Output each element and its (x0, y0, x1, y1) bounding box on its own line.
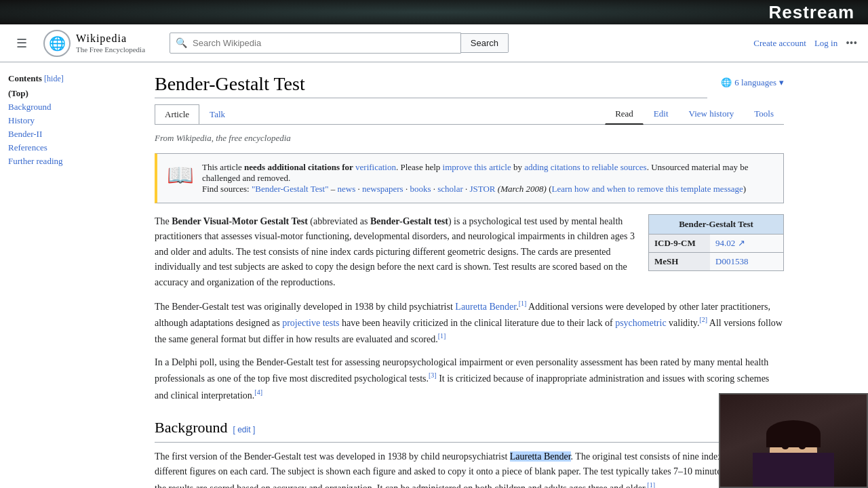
tab-view-history[interactable]: View history (679, 104, 745, 125)
search-box: 🔍 (170, 33, 461, 54)
toc-item-background[interactable]: Background (8, 100, 141, 114)
article-tabs: Article Talk Read Edit View history Tool… (155, 104, 784, 125)
citation-text-1: This article (202, 162, 244, 172)
tab-edit[interactable]: Edit (644, 104, 679, 125)
tab-read[interactable]: Read (605, 104, 644, 125)
webcam-eyes (776, 445, 810, 449)
webcam-overlay (719, 393, 868, 488)
hamburger-menu-icon[interactable]: ☰ (11, 33, 33, 54)
toc-list: (Top) Background History Bender-II Refer… (8, 87, 141, 168)
infobox-mesh-link[interactable]: D001538 (715, 256, 748, 266)
toc-link-background[interactable]: Background (8, 102, 52, 112)
webcam-person-view (720, 394, 867, 487)
login-link[interactable]: Log in (814, 38, 837, 49)
background-heading-text: Background (155, 415, 228, 439)
citation-icon: 📖 (167, 162, 194, 195)
lauretta-bender-link-1[interactable]: Lauretta Bender (455, 302, 516, 312)
article-para-2: The Bender-Gestalt test was originally d… (155, 298, 784, 347)
citation-find-text: Find sources: (202, 184, 252, 194)
webcam-eye-right (799, 445, 806, 449)
tab-article[interactable]: Article (155, 104, 199, 124)
search-area: 🔍 Search (170, 33, 509, 54)
infobox-label-mesh: MeSH (649, 253, 710, 270)
toc-link-further-reading[interactable]: Further reading (8, 156, 63, 166)
toc-title: Contents (8, 73, 42, 83)
citation-scholar-link[interactable]: scholar (437, 184, 463, 194)
article-para-3: In a Delphi poll, using the Bender-Gesta… (155, 355, 784, 403)
wikipedia-logo-text: Wikipedia The Free Encyclopedia (76, 32, 145, 54)
language-count: 6 languages (734, 77, 776, 88)
citation-verification-link[interactable]: verification (355, 162, 396, 172)
toc-hide-button[interactable]: [hide] (44, 74, 64, 83)
ref-1b: [1] (438, 332, 446, 340)
search-button[interactable]: Search (461, 33, 509, 53)
more-options-button[interactable]: ••• (846, 37, 857, 49)
search-input[interactable] (193, 33, 460, 53)
language-button[interactable]: 🌐 6 languages ▾ (721, 77, 784, 88)
infobox-icd-link[interactable]: 94.02 ↗ (715, 238, 745, 248)
background-section-heading: Background [ edit ] (155, 415, 784, 443)
infobox-row-icd: ICD-9-CM 94.02 ↗ (649, 234, 783, 252)
infobox-row-mesh: MeSH D001538 (649, 252, 783, 270)
lauretta-bender-highlighted: Lauretta Bender (510, 451, 571, 462)
toc-item-bender-ii[interactable]: Bender-II (8, 127, 141, 141)
search-icon: 🔍 (170, 33, 193, 53)
background-edit-anchor[interactable]: [ edit ] (233, 425, 256, 434)
create-account-link[interactable]: Create account (753, 38, 806, 49)
citation-date: (March 2008) (498, 184, 547, 194)
background-para-1: The first version of the Bender-Gestalt … (155, 449, 784, 488)
bold-test-name-1: Bender Visual-Motor Gestalt Test (172, 216, 308, 226)
infobox-title: Bender-Gestalt Test (649, 215, 783, 234)
from-wikipedia-label: From Wikipedia, the free encyclopedia (155, 133, 784, 144)
tab-talk[interactable]: Talk (199, 104, 235, 124)
restream-label: Restream (768, 2, 854, 23)
toc-link-bender-ii[interactable]: Bender-II (8, 129, 42, 139)
toc-item-further-reading[interactable]: Further reading (8, 155, 141, 168)
projective-tests-link[interactable]: projective tests (282, 318, 339, 328)
citation-needs-text: needs additional citations for (244, 162, 353, 172)
bold-test-name-2: Bender-Gestalt test (370, 216, 448, 226)
citation-books-link[interactable]: books (410, 184, 431, 194)
toc-sidebar: Contents [hide] (Top) Background History… (0, 62, 149, 488)
article-header: Bender-Gestalt Test 🌐 6 languages ▾ (155, 73, 784, 98)
psychometric-link[interactable]: psychometric (615, 318, 666, 328)
infobox-value-mesh[interactable]: D001538 (710, 253, 753, 270)
citation-learn-link[interactable]: Learn how and when to remove this templa… (551, 184, 743, 194)
wikipedia-logo-link[interactable]: 🌐 Wikipedia The Free Encyclopedia (43, 30, 145, 57)
webcam-body-area (720, 394, 867, 487)
tab-group-left: Article Talk (155, 104, 605, 123)
toc-item-references[interactable]: References (8, 141, 141, 155)
tab-group-right: Read Edit View history Tools (605, 104, 784, 124)
infobox-label-icd: ICD-9-CM (649, 235, 710, 252)
citation-needed-box: 📖 This article needs additional citation… (155, 153, 784, 203)
article-main: Bender-Gestalt Test 🌐 6 languages ▾ Arti… (149, 62, 800, 488)
restream-overlay-bar: Restream (0, 0, 868, 24)
language-icon: 🌐 (721, 77, 732, 88)
citation-news-link[interactable]: news (338, 184, 356, 194)
header-right: Create account Log in ••• (753, 37, 857, 49)
toc-link-history[interactable]: History (8, 115, 35, 125)
toc-item-history[interactable]: History (8, 114, 141, 127)
tab-tools[interactable]: Tools (744, 104, 784, 125)
citation-bender-link[interactable]: "Bender-Gestalt Test" (252, 184, 329, 194)
article-title: Bender-Gestalt Test (155, 73, 707, 98)
toc-link-references[interactable]: References (8, 142, 47, 152)
ref-4: [4] (254, 388, 262, 396)
wikipedia-header: ☰ 🌐 Wikipedia The Free Encyclopedia 🔍 Se… (0, 24, 868, 62)
webcam-hair (766, 420, 821, 447)
ref-3: [3] (429, 371, 437, 379)
ref-1c: [1] (647, 481, 655, 488)
webcam-body (753, 453, 834, 487)
citation-newspapers-link[interactable]: newspapers (362, 184, 403, 194)
ref-2: [2] (699, 316, 707, 323)
wikipedia-subtitle: The Free Encyclopedia (76, 45, 145, 54)
citation-adding-link[interactable]: adding citations to reliable sources (524, 162, 647, 172)
toc-header: Contents [hide] (8, 73, 141, 84)
infobox: Bender-Gestalt Test ICD-9-CM 94.02 ↗ MeS… (648, 214, 784, 271)
chevron-down-icon: ▾ (779, 77, 784, 88)
background-edit-link[interactable]: [ edit ] (233, 424, 256, 436)
citation-improve-link[interactable]: improve this article (443, 162, 511, 172)
wikipedia-title: Wikipedia (76, 32, 145, 45)
infobox-value-icd[interactable]: 94.02 ↗ (710, 235, 751, 252)
citation-jstor-link[interactable]: JSTOR (469, 184, 495, 194)
